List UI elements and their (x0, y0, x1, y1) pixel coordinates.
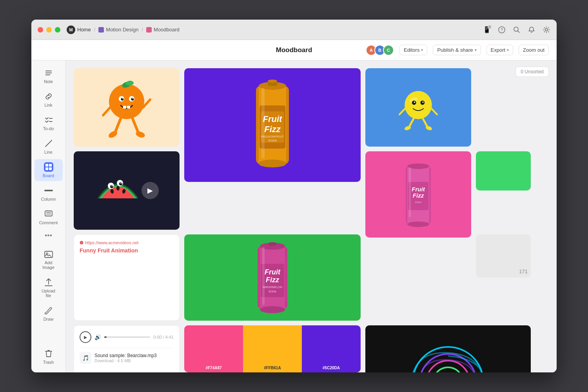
orange-character-card[interactable] (74, 68, 180, 147)
svg-rect-31 (123, 106, 126, 109)
svg-text:Fizz: Fizz (266, 276, 279, 284)
main-area: Note Link (31, 60, 557, 372)
svg-point-56 (414, 102, 416, 103)
svg-point-4 (545, 29, 548, 31)
note-icon (44, 68, 53, 78)
help-icon[interactable]: ? (498, 26, 506, 34)
link-card[interactable]: ! https://www.acmevideos.net Funny Fruit… (74, 234, 180, 321)
svg-rect-84 (269, 242, 276, 245)
audio-progress (104, 336, 107, 338)
sidebar-label-line: Line (44, 150, 53, 154)
sidebar-label-todo: To-do (43, 126, 54, 131)
audio-time: 0:00 / 4:41 (153, 335, 174, 339)
svg-rect-15 (44, 190, 53, 191)
breadcrumb-moodboard[interactable]: Moodboard (146, 27, 180, 33)
motion-design-label[interactable]: Motion Design (106, 27, 138, 33)
svg-text:!: ! (81, 241, 82, 244)
comment-icon (44, 209, 53, 219)
svg-rect-13 (45, 167, 48, 170)
column-icon (44, 186, 53, 195)
breadcrumb-home[interactable]: M Home (67, 25, 91, 34)
sidebar-item-draw[interactable]: Draw (34, 303, 63, 325)
moodboard-bc-label[interactable]: Moodboard (154, 27, 180, 33)
sidebar-item-trash[interactable]: Trash (34, 346, 63, 368)
pink-can-card[interactable]: Fruit Fizz SODA (365, 151, 471, 238)
sidebar-item-comment[interactable]: Comment (34, 206, 63, 228)
svg-point-97 (420, 354, 476, 372)
home-label[interactable]: Home (77, 27, 91, 33)
search-icon[interactable] (513, 26, 521, 34)
audio-player: ▶ 🔊 0:00 / 4:41 (80, 331, 174, 343)
breadcrumb-motion-design[interactable]: Motion Design (98, 27, 138, 33)
sidebar-item-note[interactable]: Note (34, 65, 63, 87)
lemon-character-card[interactable] (365, 68, 471, 147)
zoom-button[interactable]: Zoom out (519, 45, 549, 55)
sidebar-item-board[interactable]: Board (34, 159, 63, 181)
color-swatch-yellow[interactable]: #FFB61A (243, 325, 302, 372)
breadcrumb-sep-2: / (142, 27, 143, 33)
sidebar-item-line[interactable]: Line (34, 136, 63, 158)
header: Moodboard A B C Editors ▾ Publish & shar… (31, 40, 557, 60)
sidebar-label-note: Note (44, 79, 53, 84)
sidebar-item-upload[interactable]: Upload file (34, 274, 63, 301)
audio-card[interactable]: ▶ 🔊 0:00 / 4:41 🎵 Sound sample: Bearclaw… (74, 325, 180, 372)
phone-icon[interactable]: 📱 0 (483, 26, 491, 34)
export-button[interactable]: Export ▾ (486, 45, 514, 55)
minimize-button[interactable] (46, 27, 52, 33)
spiral-card[interactable]: Maybe the circles could animate like thi… (365, 325, 531, 372)
svg-point-71 (112, 185, 113, 187)
audio-waveform[interactable] (104, 336, 150, 338)
svg-rect-14 (49, 167, 51, 170)
svg-text:Fruit: Fruit (263, 114, 283, 124)
phone-badge: 0 (488, 25, 492, 29)
sidebar: Note Link (31, 60, 66, 372)
bell-icon[interactable] (528, 26, 535, 34)
settings-icon[interactable] (543, 26, 550, 34)
svg-point-30 (132, 98, 133, 99)
audio-play-button[interactable]: ▶ (80, 331, 91, 343)
number-card: 171 (476, 234, 531, 278)
link-url-text[interactable]: https://www.acmevideos.net (85, 240, 138, 245)
close-button[interactable] (38, 27, 43, 33)
green-can-card[interactable]: Fruit Fizz WATERMELON SODA (184, 234, 361, 321)
sidebar-item-todo[interactable]: To-do (34, 112, 63, 134)
color-swatch-purple[interactable]: #5C20DA (302, 325, 361, 372)
link-title[interactable]: Funny Fruit Animation (80, 247, 174, 254)
fullscreen-button[interactable] (55, 27, 60, 33)
sidebar-label-draw: Draw (44, 317, 54, 321)
purple-can-card[interactable]: Fruit Fizz PASSIONFRUIT SODA (184, 68, 361, 182)
export-label: Export (491, 47, 506, 53)
canvas: 0 Unsorted (66, 60, 557, 372)
svg-line-3 (518, 31, 520, 33)
svg-point-57 (422, 102, 424, 103)
svg-text:SODA: SODA (269, 290, 276, 293)
svg-point-99 (433, 367, 463, 372)
svg-line-35 (115, 118, 121, 133)
sidebar-item-column[interactable]: Column (34, 183, 63, 205)
svg-rect-11 (45, 164, 48, 167)
motion-design-dot (98, 27, 104, 33)
sidebar-more-button[interactable]: ••• (34, 230, 63, 241)
trash-icon (44, 349, 53, 358)
upload-icon (44, 278, 53, 287)
publish-share-button[interactable]: Publish & share ▾ (433, 45, 481, 55)
video-play-button[interactable]: ▶ (142, 182, 159, 199)
small-green-card (476, 151, 531, 191)
link-icon (44, 92, 53, 101)
editors-button[interactable]: Editors ▾ (399, 45, 427, 55)
add-image-icon (44, 249, 53, 259)
header-right: A B C Editors ▾ Publish & share ▾ Export… (366, 45, 549, 56)
svg-text:SODA: SODA (415, 201, 421, 203)
color-swatch-pink[interactable]: #F74A87 (184, 325, 243, 372)
audio-download-info[interactable]: Download · 4.5 MB (94, 358, 157, 363)
sidebar-item-add-image[interactable]: Add Image (34, 246, 63, 273)
svg-point-42 (259, 160, 286, 167)
video-card[interactable]: ▶ (74, 151, 180, 230)
publish-chevron: ▾ (475, 48, 477, 52)
breadcrumb-sep-1: / (94, 27, 96, 33)
sidebar-item-link[interactable]: Link (34, 89, 63, 111)
svg-text:SODA: SODA (268, 139, 277, 142)
swatch-label-purple: #5C20DA (304, 366, 358, 370)
titlebar: M Home / Motion Design / Moodboard 📱 0 (31, 20, 557, 40)
svg-point-65 (116, 186, 120, 191)
